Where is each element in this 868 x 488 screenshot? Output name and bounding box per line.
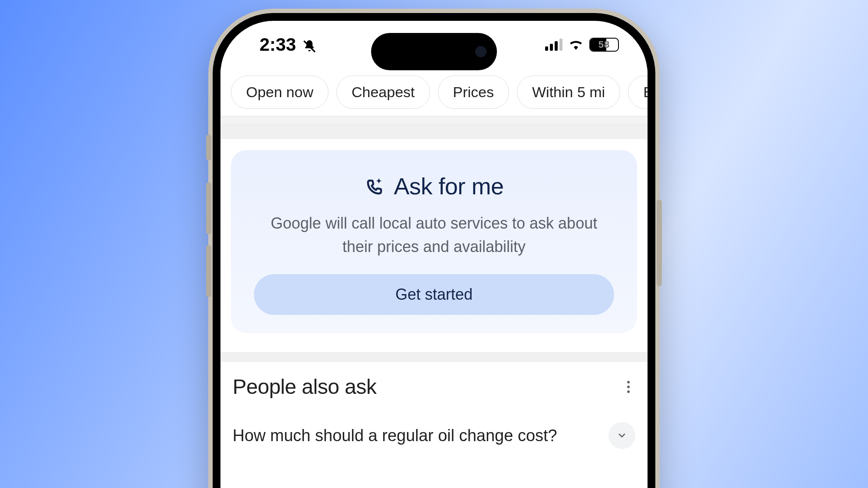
section-divider [220,352,648,362]
ask-for-me-card: Ask for me Google will call local auto s… [231,150,637,333]
filter-chip-open-now[interactable]: Open now [231,75,329,109]
battery-indicator: 58 [589,38,619,52]
phone-screen: 2:33 58 [220,21,648,488]
wifi-icon [569,37,583,52]
silent-mode-icon [302,37,317,52]
phone-side-button [206,182,211,234]
filter-chip-prices[interactable]: Prices [438,75,509,109]
phone-sparkle-icon [364,176,385,197]
filter-chip-row[interactable]: Open now Cheapest Prices Within 5 mi Bes… [220,69,648,116]
ask-for-me-title: Ask for me [248,173,620,200]
filter-chip-within-5mi[interactable]: Within 5 mi [517,75,620,109]
ask-for-me-section: Ask for me Google will call local auto s… [220,139,648,352]
more-options-button[interactable] [621,377,635,396]
get-started-button[interactable]: Get started [254,274,614,315]
cellular-signal-icon [545,39,562,51]
people-also-ask-heading: People also ask [233,375,376,399]
phone-side-button [206,245,211,297]
filter-chip-best[interactable]: Best [628,75,648,109]
filter-chip-cheapest[interactable]: Cheapest [336,75,430,109]
page-content: Open now Cheapest Prices Within 5 mi Bes… [220,69,648,488]
phone-side-button [206,134,211,160]
expand-button[interactable] [608,422,635,449]
battery-percent: 58 [590,39,618,50]
ask-for-me-description: Google will call local auto services to … [256,212,612,259]
people-also-ask-section: People also ask How much should a regula… [220,362,648,458]
paa-question-text: How much should a regular oil change cos… [233,426,600,445]
ask-for-me-title-text: Ask for me [394,173,503,200]
phone-frame: 2:33 58 [208,9,660,488]
chevron-down-icon [617,430,627,441]
dynamic-island [371,33,497,70]
status-time: 2:33 [260,34,296,55]
section-divider [220,124,648,139]
phone-bezel: 2:33 58 [213,13,655,488]
section-divider [220,116,648,124]
phone-side-button [657,200,662,286]
paa-question-item[interactable]: How much should a regular oil change cos… [233,413,635,458]
